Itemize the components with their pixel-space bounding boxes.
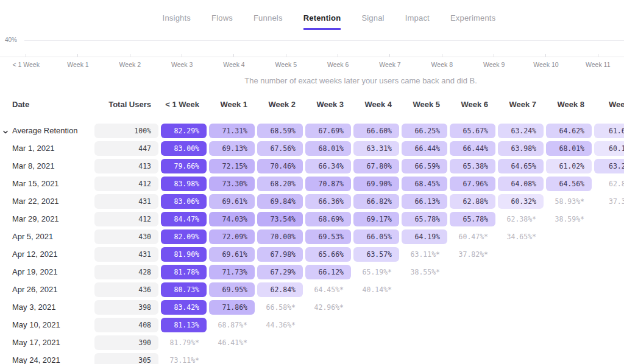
retention-cell[interactable]: 63.2	[594, 159, 624, 173]
retention-cell[interactable]: 69.90%	[353, 177, 399, 191]
retention-cell[interactable]: 64.45%*	[305, 282, 351, 297]
retention-cell[interactable]: 68.01%	[546, 141, 592, 156]
retention-cell[interactable]: 72.09%	[209, 229, 255, 244]
retention-cell[interactable]: 64.08%	[498, 177, 544, 191]
retention-cell[interactable]: 82.29%	[161, 124, 207, 138]
retention-cell[interactable]: 66.44%	[402, 141, 447, 156]
retention-cell[interactable]: 62.38%*	[498, 212, 544, 226]
tab-signal[interactable]: Signal	[361, 13, 384, 30]
retention-cell[interactable]: 46.41%*	[209, 335, 255, 350]
retention-cell[interactable]: 80.73%	[161, 282, 207, 297]
retention-cell[interactable]: 64.56%	[546, 177, 592, 191]
retention-cell[interactable]: 69.84%	[257, 194, 303, 209]
retention-cell[interactable]: 72.15%	[209, 159, 255, 173]
retention-cell[interactable]: 34.65%*	[498, 229, 544, 244]
retention-cell[interactable]: 40.14%*	[353, 282, 399, 297]
retention-cell[interactable]: 68.87%*	[209, 318, 255, 332]
retention-cell[interactable]: 67.96%	[450, 177, 495, 191]
retention-cell[interactable]: 66.44%	[450, 141, 495, 156]
retention-cell[interactable]: 83.98%	[161, 177, 207, 191]
retention-cell[interactable]: 68.69%	[305, 212, 351, 226]
retention-cell[interactable]: 69.53%	[305, 229, 351, 244]
retention-cell[interactable]: 81.13%	[161, 318, 207, 332]
retention-cell[interactable]: 81.78%	[161, 265, 207, 279]
retention-cell[interactable]: 42.96%*	[305, 300, 351, 315]
retention-cell[interactable]: 62.88%	[450, 194, 495, 209]
retention-cell[interactable]: 83.00%	[161, 141, 207, 156]
retention-cell[interactable]: 83.06%	[161, 194, 207, 209]
retention-cell[interactable]: 64.62%	[546, 124, 592, 138]
retention-cell[interactable]: 62.84%	[257, 282, 303, 297]
retention-cell[interactable]: 71.73%	[209, 265, 255, 279]
retention-cell[interactable]: 73.11%*	[161, 353, 207, 364]
retention-cell[interactable]: 67.98%	[257, 247, 303, 262]
retention-cell[interactable]: 68.01%	[305, 141, 351, 156]
retention-cell[interactable]: 66.58%*	[257, 300, 303, 315]
retention-cell[interactable]: 65.19%*	[353, 265, 399, 279]
tab-retention[interactable]: Retention	[303, 13, 341, 30]
chevron-down-icon[interactable]	[2, 128, 9, 134]
retention-cell[interactable]: 67.29%	[257, 265, 303, 279]
retention-cell[interactable]: 44.36%*	[257, 318, 303, 332]
retention-cell[interactable]: 64.19%	[402, 229, 447, 244]
retention-cell[interactable]: 37.35	[594, 194, 624, 209]
retention-cell[interactable]: 65.78%	[450, 212, 495, 226]
retention-cell[interactable]: 68.59%	[257, 124, 303, 138]
retention-cell[interactable]: 65.38%	[450, 159, 495, 173]
retention-cell[interactable]: 66.25%	[402, 124, 447, 138]
retention-cell[interactable]: 69.13%	[209, 141, 255, 156]
tab-flows[interactable]: Flows	[211, 13, 233, 30]
retention-cell[interactable]: 64.65%	[498, 159, 544, 173]
retention-cell[interactable]: 67.56%	[257, 141, 303, 156]
retention-cell[interactable]: 79.66%	[161, 159, 207, 173]
retention-cell[interactable]: 37.82%*	[450, 247, 495, 262]
retention-cell[interactable]: 71.86%	[209, 300, 255, 315]
retention-cell[interactable]: 68.45%	[402, 177, 447, 191]
retention-cell[interactable]: 58.93%*	[546, 194, 592, 209]
retention-cell[interactable]: 66.82%	[353, 194, 399, 209]
retention-cell[interactable]: 67.69%	[305, 124, 351, 138]
retention-cell[interactable]: 65.66%	[305, 247, 351, 262]
tab-experiments[interactable]: Experiments	[450, 13, 495, 30]
tab-insights[interactable]: Insights	[163, 13, 191, 30]
retention-cell[interactable]: 60.47%*	[450, 229, 495, 244]
retention-cell[interactable]: 63.57%	[353, 247, 399, 262]
retention-cell[interactable]: 70.46%	[257, 159, 303, 173]
retention-cell[interactable]: 70.87%	[305, 177, 351, 191]
retention-cell[interactable]: 65.78%	[402, 212, 447, 226]
retention-cell[interactable]: 63.11%*	[402, 247, 447, 262]
retention-cell[interactable]: 67.80%	[353, 159, 399, 173]
retention-cell[interactable]: 82.09%	[161, 229, 207, 244]
retention-cell[interactable]: 66.12%	[305, 265, 351, 279]
retention-cell[interactable]: 81.79%*	[161, 335, 207, 350]
tab-funnels[interactable]: Funnels	[254, 13, 283, 30]
retention-cell[interactable]: 63.31%	[353, 141, 399, 156]
retention-cell[interactable]: 61.02%	[546, 159, 592, 173]
retention-cell[interactable]: 60.32%	[498, 194, 544, 209]
retention-cell[interactable]: 38.55%*	[402, 265, 447, 279]
tab-impact[interactable]: Impact	[405, 13, 430, 30]
retention-cell[interactable]: 83.42%	[161, 300, 207, 315]
retention-cell[interactable]: 70.00%	[257, 229, 303, 244]
retention-cell[interactable]: 63.98%	[498, 141, 544, 156]
retention-cell[interactable]: 66.05%	[353, 229, 399, 244]
retention-cell[interactable]: 74.03%	[209, 212, 255, 226]
retention-cell[interactable]: 63.24%	[498, 124, 544, 138]
retention-cell[interactable]: 38.59%*	[546, 212, 592, 226]
retention-cell[interactable]: 66.59%	[402, 159, 447, 173]
retention-cell[interactable]: 62.86	[594, 177, 624, 191]
retention-cell[interactable]: 66.34%	[305, 159, 351, 173]
retention-cell[interactable]: 69.17%	[353, 212, 399, 226]
retention-cell[interactable]: 73.54%	[257, 212, 303, 226]
retention-cell[interactable]: 71.31%	[209, 124, 255, 138]
retention-cell[interactable]: 60.1	[594, 141, 624, 156]
retention-cell[interactable]: 68.20%	[257, 177, 303, 191]
retention-cell[interactable]: 81.90%	[161, 247, 207, 262]
retention-cell[interactable]: 66.60%	[353, 124, 399, 138]
retention-cell[interactable]: 65.67%	[450, 124, 495, 138]
retention-cell[interactable]: 84.47%	[161, 212, 207, 226]
retention-cell[interactable]: 66.13%	[402, 194, 447, 209]
retention-cell[interactable]: 69.61%	[209, 194, 255, 209]
retention-cell[interactable]: 69.61%	[209, 247, 255, 262]
retention-cell[interactable]: 66.36%	[305, 194, 351, 209]
